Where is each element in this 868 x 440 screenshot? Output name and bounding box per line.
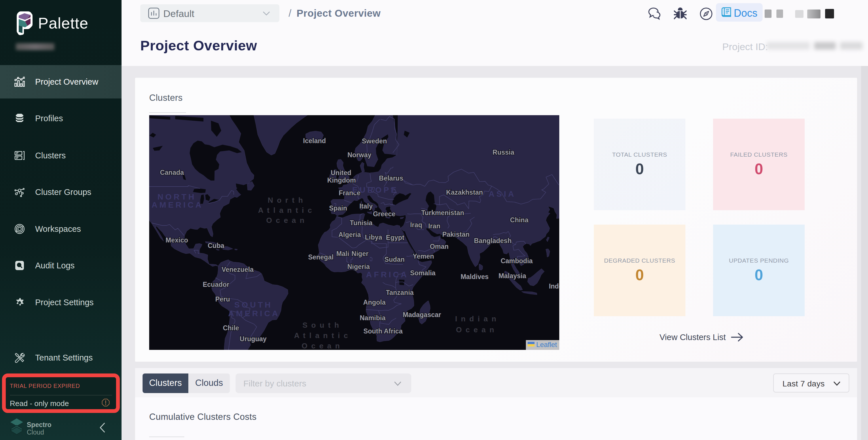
svg-text:Niger: Niger	[352, 250, 369, 257]
svg-text:Malaysia: Malaysia	[498, 272, 526, 280]
svg-text:AMERICA: AMERICA	[152, 200, 203, 209]
svg-text:Maldives: Maldives	[461, 273, 489, 280]
svg-text:A t l a n t i c: A t l a n t i c	[294, 331, 349, 340]
svg-text:Iran: Iran	[428, 222, 440, 230]
svg-text:Yemen: Yemen	[413, 253, 434, 260]
svg-text:Somalia: Somalia	[410, 269, 435, 277]
svg-text:Nigeria: Nigeria	[347, 263, 370, 271]
svg-text:Cambodia: Cambodia	[500, 257, 532, 264]
svg-text:Egypt: Egypt	[386, 234, 404, 241]
svg-text:Senegal: Senegal	[308, 253, 334, 261]
svg-text:Sudan: Sudan	[384, 256, 405, 263]
svg-text:I n d i a n: I n d i a n	[455, 314, 497, 323]
svg-text:Namibia: Namibia	[360, 314, 385, 322]
svg-text:Iceland: Iceland	[303, 137, 326, 145]
svg-text:A t l a n t i c: A t l a n t i c	[258, 206, 313, 215]
svg-text:Ecuador: Ecuador	[203, 281, 229, 288]
svg-text:Kazakhstan: Kazakhstan	[446, 189, 483, 196]
svg-text:Canada: Canada	[160, 169, 184, 176]
svg-text:Libya: Libya	[365, 233, 382, 241]
svg-text:Greece: Greece	[373, 210, 395, 218]
svg-text:Venezuela: Venezuela	[221, 266, 253, 273]
svg-text:Uruguay: Uruguay	[240, 335, 267, 343]
svg-text:S o u t h: S o u t h	[302, 321, 340, 329]
svg-text:Pakistan: Pakistan	[442, 231, 470, 238]
svg-text:O c e a n: O c e a n	[456, 325, 495, 334]
svg-text:China: China	[510, 216, 528, 224]
svg-text:AFRICA: AFRICA	[366, 270, 409, 279]
svg-text:Mali: Mali	[336, 250, 349, 257]
svg-text:ASIA: ASIA	[489, 189, 516, 198]
svg-text:Russia: Russia	[492, 149, 514, 156]
svg-text:Angola: Angola	[363, 298, 385, 306]
svg-text:Kingdom: Kingdom	[327, 177, 356, 184]
svg-text:SOUTH: SOUTH	[235, 300, 273, 309]
svg-text:Tunisia: Tunisia	[350, 219, 373, 227]
svg-text:AMERICA: AMERICA	[228, 309, 280, 318]
svg-text:Algeria: Algeria	[338, 231, 361, 239]
svg-text:EUROPE: EUROPE	[352, 185, 398, 194]
svg-text:Tanzania: Tanzania	[386, 289, 414, 296]
svg-text:Bangladesh: Bangladesh	[474, 237, 512, 245]
svg-text:Spain: Spain	[329, 205, 347, 212]
svg-text:Sweden: Sweden	[362, 137, 387, 145]
svg-text:Chile: Chile	[223, 324, 239, 332]
svg-text:N o r t h: N o r t h	[268, 196, 304, 205]
svg-text:Peru: Peru	[215, 295, 230, 303]
svg-text:NORTH: NORTH	[158, 192, 196, 201]
svg-text:South Africa: South Africa	[364, 327, 403, 335]
svg-text:Italy: Italy	[360, 202, 373, 210]
svg-text:Mexico: Mexico	[165, 237, 188, 244]
svg-text:Belarus: Belarus	[379, 175, 403, 182]
svg-text:Norway: Norway	[347, 151, 371, 159]
svg-text:O c e a n: O c e a n	[302, 342, 340, 350]
svg-text:Iraq: Iraq	[410, 221, 422, 229]
svg-text:Madagascar: Madagascar	[403, 311, 441, 318]
svg-text:United: United	[331, 169, 351, 177]
svg-text:Cuba: Cuba	[208, 242, 224, 249]
svg-text:Turkmenistan: Turkmenistan	[421, 209, 464, 217]
svg-text:O c e a n: O c e a n	[266, 216, 305, 225]
svg-text:Indones: Indones	[549, 282, 559, 290]
svg-text:Oman: Oman	[430, 243, 448, 250]
